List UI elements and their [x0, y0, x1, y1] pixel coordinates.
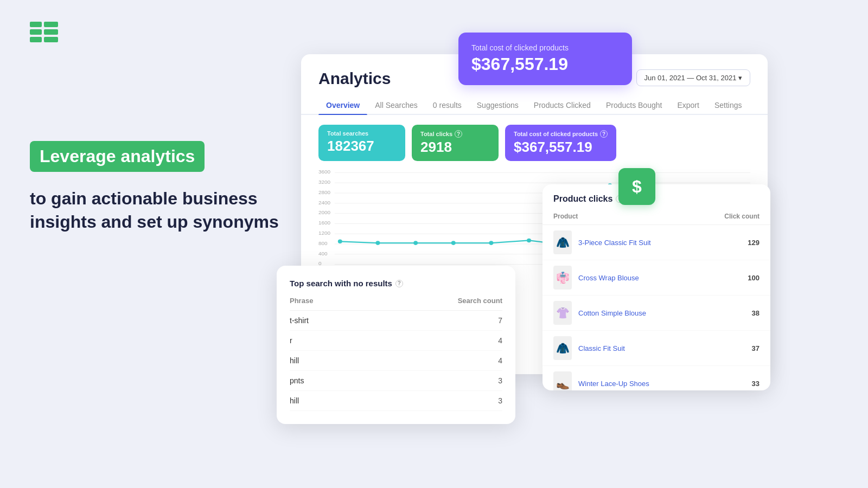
col-phrase-header: Phrase: [290, 297, 363, 311]
svg-text:3600: 3600: [318, 169, 330, 175]
tab-suggestions[interactable]: Suggestions: [469, 97, 526, 114]
product-row: 🧥 3-Piece Classic Fit Suit 129: [542, 225, 770, 260]
product-clicks-header: Product clicks ?: [542, 184, 770, 210]
date-range-picker[interactable]: Jun 01, 2021 — Oct 31, 2021 ▾: [636, 69, 750, 86]
product-img-4: 👞: [553, 371, 572, 390]
product-img-1: 👘: [553, 266, 572, 290]
col-product-label: Product: [553, 213, 578, 220]
dollar-icon: $: [618, 168, 655, 205]
count-2: 4: [363, 351, 502, 371]
stat-searches-label: Total searches: [327, 130, 397, 137]
product-count-1: 100: [748, 274, 760, 282]
total-cost-banner: Total cost of clicked products $367,557.…: [458, 33, 632, 85]
svg-point-30: [489, 241, 493, 245]
product-name-1[interactable]: Cross Wrap Blouse: [578, 274, 741, 282]
svg-point-31: [527, 239, 531, 243]
product-clicks-title: Product clicks: [553, 194, 612, 204]
product-row: 👞 Winter Lace-Up Shoes 33: [542, 366, 770, 390]
svg-text:2000: 2000: [318, 210, 330, 216]
product-name-3[interactable]: Classic Fit Suit: [578, 344, 745, 352]
total-cost-value: $367,557.19: [471, 54, 619, 74]
subtext: to gain actionable business insights and…: [30, 187, 301, 234]
svg-point-26: [338, 240, 342, 244]
tab-products-bought[interactable]: Products Bought: [598, 97, 670, 114]
svg-point-29: [451, 241, 456, 245]
stat-clicks-label: Total clicks ?: [420, 130, 490, 138]
product-count-0: 129: [748, 239, 760, 247]
count-4: 3: [363, 391, 502, 411]
stat-total-cost: Total cost of clicked products ? $367,55…: [505, 125, 616, 161]
svg-text:800: 800: [318, 240, 328, 246]
date-range-text: Jun 01, 2021 — Oct 31, 2021 ▾: [644, 74, 742, 82]
headline-box: Leverage analytics: [30, 141, 205, 172]
stat-searches-value: 182367: [327, 138, 397, 155]
cost-help-icon[interactable]: ?: [600, 130, 608, 138]
card-title: Analytics: [318, 69, 391, 88]
product-name-4[interactable]: Winter Lace-Up Shoes: [578, 380, 745, 388]
phrase-3: pnts: [290, 371, 363, 391]
count-1: 4: [363, 331, 502, 351]
svg-rect-0: [30, 22, 42, 27]
svg-rect-4: [44, 29, 58, 35]
tab-products-clicked[interactable]: Products Clicked: [526, 97, 598, 114]
svg-text:1200: 1200: [318, 230, 330, 236]
table-row: r 4: [290, 331, 502, 351]
table-row: pnts 3: [290, 371, 502, 391]
stat-clicks-value: 2918: [420, 139, 490, 156]
no-results-help-icon[interactable]: ?: [395, 280, 403, 287]
product-img-3: 🧥: [553, 336, 572, 360]
svg-rect-2: [30, 37, 42, 42]
no-results-title: Top search with no results ?: [290, 279, 502, 288]
product-img-2: 👚: [553, 301, 572, 325]
product-clicks-cols: Product Click count: [542, 210, 770, 225]
product-name-2[interactable]: Cotton Simple Blouse: [578, 309, 745, 317]
phrase-0: t-shirt: [290, 311, 363, 331]
no-results-card: Top search with no results ? Phrase Sear…: [277, 266, 515, 424]
product-name-0[interactable]: 3-Piece Classic Fit Suit: [578, 239, 741, 247]
product-img-0: 🧥: [553, 230, 572, 254]
count-3: 3: [363, 371, 502, 391]
phrase-2: hill: [290, 351, 363, 371]
svg-text:2400: 2400: [318, 200, 330, 206]
count-0: 7: [363, 311, 502, 331]
col-count-label: Click count: [724, 213, 760, 220]
table-row: hill 3: [290, 391, 502, 411]
tab-overview[interactable]: Overview: [318, 97, 367, 114]
col-search-count-header: Search count: [363, 297, 502, 311]
stat-badges: Total searches 182367 Total clicks ? 291…: [301, 115, 768, 161]
tab-settings[interactable]: Settings: [707, 97, 750, 114]
no-results-table: Phrase Search count t-shirt 7 r 4 hill 4…: [290, 297, 502, 411]
product-clicks-card: Product clicks ? Product Click count 🧥 3…: [542, 184, 770, 390]
stat-total-searches: Total searches 182367: [318, 125, 405, 161]
clicks-help-icon[interactable]: ?: [455, 130, 462, 138]
product-row: 👚 Cotton Simple Blouse 38: [542, 296, 770, 331]
product-count-3: 37: [752, 344, 760, 352]
total-cost-label: Total cost of clicked products: [471, 43, 619, 52]
phrase-1: r: [290, 331, 363, 351]
headline-text: Leverage analytics: [40, 146, 195, 166]
svg-rect-1: [30, 29, 42, 35]
stat-total-clicks: Total clicks ? 2918: [412, 125, 499, 161]
tab-all-searches[interactable]: All Searches: [367, 97, 425, 114]
table-row: hill 4: [290, 351, 502, 371]
phrase-4: hill: [290, 391, 363, 411]
stat-cost-label: Total cost of clicked products ?: [514, 130, 608, 138]
tab-0-results[interactable]: 0 results: [425, 97, 469, 114]
stat-cost-value: $367,557.19: [514, 139, 608, 156]
table-row: t-shirt 7: [290, 311, 502, 331]
svg-point-27: [375, 241, 380, 245]
tabs-nav: Overview All Searches 0 results Suggesti…: [301, 97, 768, 115]
svg-text:3200: 3200: [318, 179, 330, 185]
app-logo: [30, 22, 58, 48]
svg-text:400: 400: [318, 251, 328, 256]
product-row: 👘 Cross Wrap Blouse 100: [542, 260, 770, 296]
svg-point-28: [413, 241, 418, 245]
product-row: 🧥 Classic Fit Suit 37: [542, 331, 770, 366]
svg-text:1600: 1600: [318, 220, 330, 226]
product-count-2: 38: [752, 309, 760, 317]
svg-rect-5: [44, 37, 58, 42]
tab-export[interactable]: Export: [669, 97, 706, 114]
svg-text:2800: 2800: [318, 189, 330, 195]
left-content: Leverage analytics to gain actionable bu…: [30, 141, 301, 234]
product-count-4: 33: [752, 380, 760, 388]
